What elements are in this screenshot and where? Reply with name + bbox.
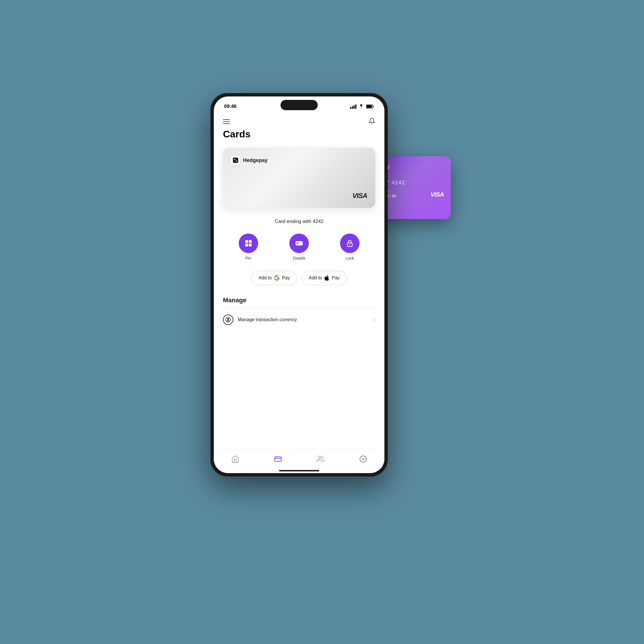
details-label: Details [293,256,305,260]
battery-icon [366,104,374,108]
page-title: Cards [223,129,375,140]
google-pay-button[interactable]: Add to Pay [251,271,297,285]
manage-section: Manage Manage transaction currency [223,297,375,331]
currency-manage-item[interactable]: Manage transaction currency › [223,308,375,331]
apple-pay-label: Pay [332,275,340,280]
apple-pay-prefix: Add to [309,275,322,280]
svg-rect-8 [249,244,252,246]
status-icons [350,104,374,109]
svg-point-1 [361,108,361,108]
svg-point-18 [362,458,364,460]
svg-rect-3 [367,105,372,108]
nav-cards[interactable] [269,454,287,464]
home-bar [279,470,319,471]
nav-people[interactable] [312,454,329,464]
main-card-header: Hedgepay [231,156,367,165]
hamburger-menu-icon[interactable] [223,119,230,124]
phone-frame: 09:46 [210,93,388,477]
top-bar [223,112,375,129]
status-bar: 09:46 [214,96,384,112]
dynamic-island [280,100,318,110]
pay-buttons-row: Add to Pay Add to [223,271,375,285]
floating-card-visa-logo: VISA [430,191,444,198]
svg-rect-6 [249,240,252,243]
lock-button[interactable]: Lock [340,234,359,260]
manage-section-title: Manage [223,297,375,304]
svg-rect-11 [296,244,298,244]
nav-home[interactable] [227,454,244,464]
currency-item-left: Manage transaction currency [223,315,297,325]
main-card-network: VISA [231,192,367,200]
status-time: 09:46 [224,104,236,109]
pin-button[interactable]: Pin [239,234,258,260]
details-button[interactable]: Details [289,234,309,260]
pin-label: Pin [246,256,251,260]
scene: Hedgepay Credit Card No. **** **** **** … [210,93,434,551]
currency-item-label: Manage transaction currency [238,317,297,322]
svg-rect-4 [233,158,238,163]
chevron-right-icon: › [374,317,375,323]
currency-icon [223,315,233,325]
svg-rect-15 [274,457,281,461]
main-card-logo-icon [231,156,240,165]
google-pay-prefix: Add to [258,275,272,280]
details-icon-circle [289,234,309,253]
svg-rect-7 [245,244,248,246]
card-container: Hedgepay VISA [223,148,375,211]
phone-screen: 09:46 [214,96,384,473]
lock-icon-circle [340,234,359,253]
wifi-icon [359,104,364,108]
svg-rect-5 [245,240,248,243]
main-credit-card[interactable]: Hedgepay VISA [223,148,375,208]
google-g-icon [274,275,280,281]
card-action-buttons: Pin Details [223,234,375,260]
main-card-brand: Hedgepay [243,157,268,163]
app-content: Cards Hedgepay V [214,112,384,449]
bottom-nav [214,449,384,467]
svg-point-17 [318,456,321,459]
apple-icon [324,275,329,281]
google-pay-label: Pay [282,275,290,280]
svg-rect-10 [296,243,299,244]
svg-point-13 [349,244,350,245]
notification-bell-icon[interactable] [368,118,375,126]
pin-icon-circle [239,234,258,253]
nav-settings[interactable] [355,454,372,464]
apple-pay-button[interactable]: Add to Pay [302,271,347,285]
card-ending-text: Card ending with 4242 [223,219,375,224]
signal-icon [350,104,356,109]
lock-label: Lock [346,256,354,260]
